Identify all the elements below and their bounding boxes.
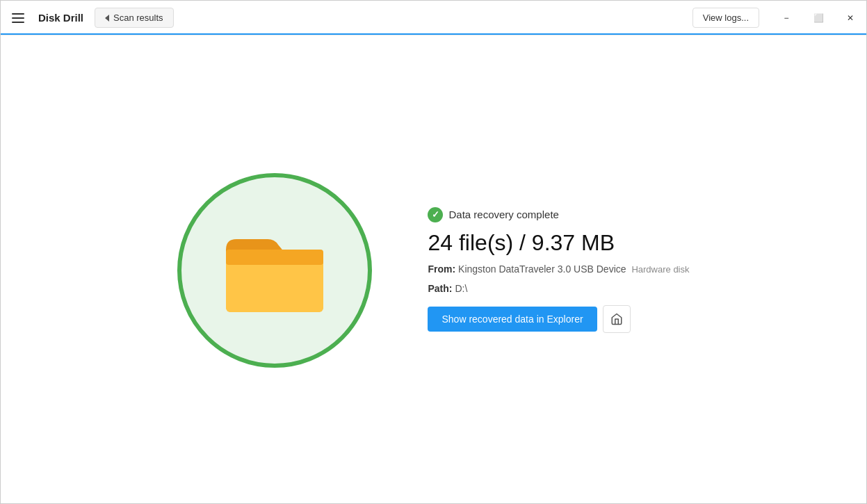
titlebar: Disk Drill Scan results View logs... − ⬜… — [1, 1, 866, 35]
files-count: 24 file(s) / 9.37 MB — [428, 231, 689, 255]
path-label: Path: — [428, 283, 455, 294]
scan-results-button[interactable]: Scan results — [95, 8, 174, 28]
window-controls: − ⬜ ✕ — [770, 1, 866, 35]
show-explorer-label: Show recovered data in Explorer — [441, 314, 583, 325]
menu-icon[interactable] — [9, 10, 27, 26]
view-logs-label: View logs... — [703, 13, 749, 23]
show-explorer-button[interactable]: Show recovered data in Explorer — [428, 307, 597, 332]
titlebar-left: Disk Drill Scan results — [9, 8, 174, 28]
scan-results-label: Scan results — [113, 13, 163, 23]
home-icon — [610, 313, 623, 325]
folder-illustration — [177, 173, 372, 368]
info-panel: Data recovery complete 24 file(s) / 9.37… — [428, 207, 689, 333]
view-logs-button[interactable]: View logs... — [692, 8, 759, 28]
main-content: Data recovery complete 24 file(s) / 9.37… — [1, 35, 866, 504]
path-row: Path: D:\ — [428, 283, 689, 294]
close-button[interactable]: ✕ — [834, 1, 866, 35]
check-icon — [428, 207, 443, 222]
folder-circle — [177, 173, 372, 368]
hardware-badge: Hardware disk — [631, 264, 689, 275]
svg-rect-1 — [226, 260, 323, 312]
from-label: From: — [428, 263, 458, 275]
folder-icon-wrapper — [219, 225, 330, 316]
status-row: Data recovery complete — [428, 207, 689, 222]
from-value: Kingston DataTraveler 3.0 USB Device — [458, 263, 629, 275]
app-title: Disk Drill — [38, 12, 83, 24]
folder-icon — [219, 225, 330, 316]
actions-row: Show recovered data in Explorer — [428, 305, 689, 333]
minimize-button[interactable]: − — [770, 1, 802, 35]
status-text: Data recovery complete — [448, 209, 558, 220]
home-button[interactable] — [603, 305, 631, 333]
path-value: D:\ — [455, 283, 467, 294]
chevron-left-icon — [105, 15, 109, 22]
from-row: From: Kingston DataTraveler 3.0 USB Devi… — [428, 263, 689, 275]
titlebar-right: View logs... − ⬜ ✕ — [692, 1, 866, 35]
maximize-button[interactable]: ⬜ — [802, 1, 834, 35]
